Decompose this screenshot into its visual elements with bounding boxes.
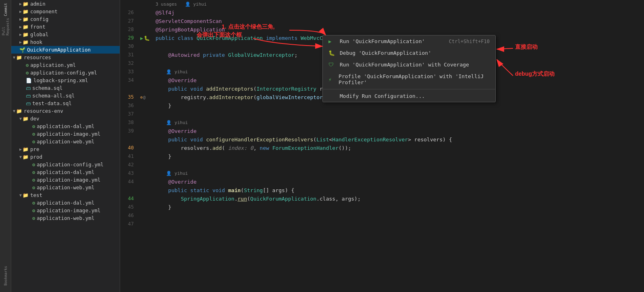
tree-item-dev-image[interactable]: ⚙ application-image.yml: [11, 130, 120, 138]
sidebar-tab-pull-requests[interactable]: Pull Requests: [0, 19, 11, 35]
class-ref: String: [244, 186, 263, 195]
run-button-gutter[interactable]: ▶: [140, 35, 143, 41]
tree-item-application-yml[interactable]: ⚙ application.yml: [11, 61, 120, 69]
debug-button-gutter[interactable]: 🐛: [144, 35, 150, 41]
code-line-override3: @Override: [156, 178, 644, 186]
line-num: 39: [120, 127, 137, 135]
tree-item-admin[interactable]: ▶ 📁 admin: [11, 0, 120, 8]
tree-item-test-dal[interactable]: ⚙ application-dal.yml: [11, 199, 120, 207]
tree-item-label: hook: [30, 39, 42, 45]
tree-item-logback-xml[interactable]: 📄 logback-spring.xml: [11, 77, 120, 84]
menu-item-run[interactable]: ▶ Run 'QuickForumApplication' Ctrl+Shift…: [323, 35, 495, 47]
folder-icon: 📁: [23, 32, 29, 37]
tree-item-prod-image[interactable]: ⚙ application-image.yml: [11, 176, 120, 184]
menu-item-modify-label: Modify Run Configuration...: [340, 93, 425, 99]
tree-item-quick-forum-app[interactable]: 🌱 QuickForumApplication: [11, 46, 120, 54]
sidebar-tab-commit[interactable]: Commit: [0, 2, 11, 18]
commit-label: Commit: [4, 3, 8, 17]
tree-item-resources-env[interactable]: ▼ 📁 resources-env: [11, 107, 120, 115]
debug-menu-icon: 🐛: [328, 50, 337, 56]
method-name: main: [228, 186, 241, 195]
method-call: add: [212, 144, 222, 152]
code-text: }: [156, 101, 171, 110]
folder-icon: 📁: [23, 1, 29, 7]
menu-item-run-label: Run 'QuickForumApplication': [340, 38, 425, 44]
keyword: public: [156, 186, 190, 195]
yaml-icon: ⚙: [26, 70, 29, 76]
line-num: 44: [120, 178, 137, 186]
tree-item-front[interactable]: ▶ 📁 front: [11, 23, 120, 31]
menu-item-profile[interactable]: ⚡ Profile 'QuickForumApplication' with '…: [323, 70, 495, 88]
code-text: ,: [253, 144, 260, 152]
menu-item-coverage-label: Run 'QuickForumApplication' with Coverag…: [340, 62, 469, 68]
tree-item-schema-sql[interactable]: 🗃 schema.sql: [11, 84, 120, 92]
line-num: [120, 0, 137, 8]
tree-item-hook[interactable]: ▶ 📁 hook: [11, 38, 120, 46]
keyword: public: [156, 85, 190, 93]
folder-icon: 📁: [23, 154, 29, 160]
tree-item-dev-dal[interactable]: ⚙ application-dal.yml: [11, 122, 120, 130]
keyword: implements: [266, 34, 301, 42]
code-text: [] args) {: [263, 186, 294, 195]
tree-item-label: prod: [30, 154, 42, 160]
keyword: void: [190, 85, 206, 93]
tree-item-test-image[interactable]: ⚙ application-image.yml: [11, 207, 120, 214]
line-num: 26: [120, 8, 137, 17]
tree-item-global[interactable]: ▶ 📁 global: [11, 31, 120, 38]
tree-item-test[interactable]: ▼ 📁 test: [11, 191, 120, 199]
menu-item-debug[interactable]: 🐛 Debug 'QuickForumApplication': [323, 47, 495, 59]
run-menu-icon: ▶: [328, 39, 337, 44]
method-call: run: [238, 195, 247, 203]
code-line-meta2: 👤 yihui: [156, 118, 644, 127]
arrow-icon: ▶: [19, 9, 22, 14]
code-line: 3 usages 👤 yihui: [156, 0, 644, 8]
tree-item-label: application-image.yml: [37, 177, 100, 183]
line-num: 43: [120, 169, 137, 178]
code-line-main: public static void main ( String [] args…: [156, 186, 644, 195]
tree-item-prod-web[interactable]: ⚙ application-web.yml: [11, 184, 120, 191]
tree-item-config[interactable]: ▶ 📁 config: [11, 15, 120, 23]
tree-item-prod[interactable]: ▼ 📁 prod: [11, 153, 120, 161]
tree-item-prod-config[interactable]: ⚙ application-config.yml: [11, 161, 120, 168]
code-text: .class, args);: [316, 195, 361, 203]
tree-item-prod-dal[interactable]: ⚙ application-dal.yml: [11, 168, 120, 176]
code-text: (: [222, 144, 228, 152]
tree-item-test-web[interactable]: ⚙ application-web.yml: [11, 214, 120, 222]
code-text: <: [329, 135, 332, 144]
class-ref: SpringApplication: [181, 195, 235, 203]
keyword: private: [203, 51, 228, 59]
menu-item-coverage[interactable]: 🛡 Run 'QuickForumApplication' with Cover…: [323, 59, 495, 70]
tree-item-application-config-yml[interactable]: ⚙ application-config.yml: [11, 69, 120, 77]
tree-item-label: schema-all.sql: [32, 93, 75, 99]
tree-item-dev[interactable]: ▼ 📁 dev: [11, 115, 120, 122]
yaml-icon: ⚙: [26, 62, 29, 68]
code-text: }: [156, 152, 171, 161]
tree-item-dev-web[interactable]: ⚙ application-web.yml: [11, 138, 120, 145]
tree-item-label: schema.sql: [32, 85, 62, 91]
tree-item-schema-all-sql[interactable]: 🗃 schema-all.sql: [11, 92, 120, 99]
tree-item-pre[interactable]: ▶ 📁 pre: [11, 145, 120, 153]
annotation: @SpringBootApplication: [156, 25, 225, 34]
tree-item-label: config: [30, 16, 48, 22]
code-text: (: [241, 186, 244, 195]
code-text: (: [313, 135, 316, 144]
code-line-meta3: 👤 yihui: [156, 169, 644, 178]
code-text: ());: [339, 144, 351, 152]
tree-item-component[interactable]: ▶ 📁 component: [11, 8, 120, 15]
xml-icon: 📄: [26, 78, 32, 83]
line-num: 37: [120, 110, 137, 118]
coverage-menu-icon: 🛡: [328, 62, 337, 68]
line-numbers: 26 27 28 29 30 31 32 33 34 35 36 37 38 3…: [120, 0, 140, 292]
class-name: QuickForumApplication: [197, 34, 266, 42]
arrow-icon: ▼: [13, 55, 15, 60]
sidebar-tab-bookmarks[interactable]: Bookmarks: [0, 268, 11, 284]
tree-item-test-data-sql[interactable]: 🗃 test-data.sql: [11, 99, 120, 107]
annotation: @Override: [156, 76, 197, 85]
arrow-icon: ▶: [19, 2, 22, 6]
folder-icon: 📁: [23, 9, 29, 14]
tree-item-resources[interactable]: ▼ 📁 resources: [11, 54, 120, 61]
tree-item-label: application-config.yml: [30, 70, 97, 76]
line-num: 34: [120, 76, 137, 85]
class-ref: InterceptorRegistry: [256, 85, 316, 93]
menu-item-modify[interactable]: Modify Run Configuration...: [323, 90, 495, 102]
